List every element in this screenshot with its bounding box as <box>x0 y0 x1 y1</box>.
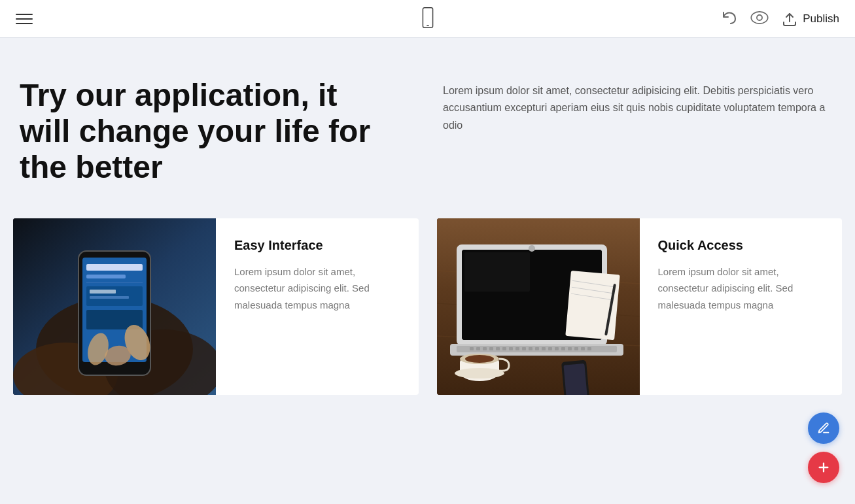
navbar: Publish <box>0 0 855 38</box>
publish-label: Publish <box>803 12 839 25</box>
svg-rect-40 <box>522 347 526 350</box>
card-title-quick-access: Quick Access <box>658 238 824 253</box>
svg-rect-35 <box>489 347 493 350</box>
card-text-easy-interface: Easy Interface Lorem ipsum dolor sit ame… <box>216 218 419 395</box>
svg-rect-41 <box>529 347 532 350</box>
card-easy-interface: Easy Interface Lorem ipsum dolor sit ame… <box>13 218 419 395</box>
svg-rect-29 <box>464 252 530 292</box>
card-title-easy-interface: Easy Interface <box>234 238 400 253</box>
card-body-quick-access: Lorem ipsum dolor sit amet, consectetur … <box>658 263 824 314</box>
svg-rect-48 <box>574 347 578 350</box>
svg-rect-13 <box>86 282 143 283</box>
fab-edit-button[interactable] <box>808 412 839 444</box>
navbar-right: Publish <box>722 10 839 28</box>
preview-icon[interactable] <box>750 11 769 27</box>
svg-rect-36 <box>496 347 500 350</box>
svg-rect-32 <box>470 347 474 350</box>
navbar-left <box>16 14 33 24</box>
hero-description: Lorem ipsum dolor sit amet, consectetur … <box>443 77 835 134</box>
cards-section: Easy Interface Lorem ipsum dolor sit ame… <box>13 218 842 395</box>
svg-rect-33 <box>476 347 480 350</box>
menu-icon[interactable] <box>16 14 33 24</box>
svg-rect-11 <box>86 264 143 271</box>
svg-rect-38 <box>509 347 513 350</box>
svg-point-51 <box>529 245 535 252</box>
svg-rect-44 <box>548 347 552 350</box>
phone-icon[interactable] <box>419 7 437 31</box>
svg-rect-63 <box>563 363 587 394</box>
svg-rect-34 <box>483 347 487 350</box>
card-text-quick-access: Quick Access Lorem ipsum dolor sit amet,… <box>640 218 843 395</box>
svg-rect-15 <box>90 290 116 294</box>
svg-rect-12 <box>86 275 126 278</box>
card-image-phone <box>13 218 216 395</box>
svg-rect-47 <box>568 347 572 350</box>
card-body-easy-interface: Lorem ipsum dolor sit amet, consectetur … <box>234 263 400 314</box>
card-quick-access: Quick Access Lorem ipsum dolor sit amet,… <box>437 218 843 395</box>
fab-add-button[interactable] <box>808 452 839 483</box>
svg-point-2 <box>752 11 768 23</box>
undo-icon[interactable] <box>722 10 737 28</box>
svg-rect-42 <box>535 347 539 350</box>
main-content: Try our application, it will change your… <box>0 38 855 421</box>
svg-rect-45 <box>555 347 559 350</box>
svg-point-60 <box>465 355 494 363</box>
svg-point-3 <box>757 14 762 20</box>
card-image-laptop <box>437 218 640 395</box>
svg-rect-46 <box>561 347 565 350</box>
fab-container <box>808 412 839 483</box>
svg-rect-43 <box>542 347 546 350</box>
hero-title: Try our application, it will change your… <box>20 77 386 186</box>
svg-rect-37 <box>502 347 506 350</box>
svg-rect-50 <box>587 347 591 350</box>
svg-rect-16 <box>90 296 129 299</box>
hero-section: Try our application, it will change your… <box>13 77 842 186</box>
svg-rect-39 <box>515 347 519 350</box>
svg-rect-0 <box>423 7 432 27</box>
svg-point-61 <box>455 368 504 378</box>
publish-button[interactable]: Publish <box>782 12 839 26</box>
svg-rect-49 <box>581 347 585 350</box>
navbar-center <box>419 7 437 31</box>
